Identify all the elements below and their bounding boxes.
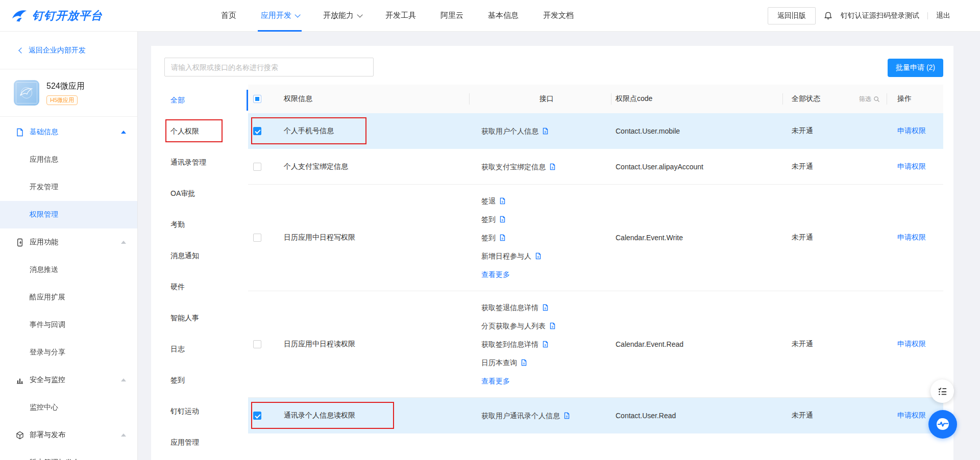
account-name[interactable]: 钉钉认证源扫码登录测试 [841, 11, 919, 20]
sidebar-item[interactable]: 事件与回调 [0, 311, 137, 339]
category-item[interactable]: 钉钉运动 [164, 396, 248, 427]
category-item[interactable]: 个人权限 [164, 116, 248, 147]
doc-icon[interactable] [542, 341, 549, 348]
customer-service-floating-button[interactable] [928, 410, 957, 439]
nav-item[interactable]: 开发工具 [373, 0, 428, 32]
checklist-icon [937, 386, 948, 397]
action-cell: 申请权限 [887, 126, 943, 136]
sidebar-item[interactable]: 应用信息 [0, 146, 137, 173]
category-item[interactable]: 应用管理 [164, 427, 248, 458]
view-more-link[interactable]: 查看更多 [481, 372, 611, 390]
dingtalk-logo[interactable]: 钉钉开放平台 [12, 8, 103, 23]
collapse-arrow-icon[interactable] [121, 378, 126, 381]
category-item[interactable]: 消息通知 [164, 240, 248, 271]
category-label: 消息通知 [170, 251, 199, 261]
collapse-arrow-icon[interactable] [121, 131, 126, 134]
category-item[interactable]: 硬件 [164, 271, 248, 302]
nav-item[interactable]: 应用开发 [249, 0, 311, 32]
doc-icon[interactable] [549, 322, 556, 329]
api-link[interactable]: 获取用户通讯录个人信息 [481, 406, 611, 425]
nav-item[interactable]: 阿里云 [428, 0, 476, 32]
nav-item[interactable]: 开发文档 [531, 0, 586, 32]
nav-item[interactable]: 首页 [209, 0, 249, 32]
task-list-floating-button[interactable] [930, 379, 954, 403]
nav-item[interactable]: 基本信息 [476, 0, 531, 32]
api-link[interactable]: 日历本查询 [481, 353, 611, 372]
apply-permission-link[interactable]: 申请权限 [897, 340, 926, 348]
doc-icon[interactable] [499, 216, 506, 223]
api-link[interactable]: 获取支付宝绑定信息 [481, 158, 611, 176]
apply-permission-link[interactable]: 申请权限 [897, 233, 926, 241]
api-link[interactable]: 获取签退信息详情 [481, 298, 611, 317]
status-text: 未开通 [783, 340, 887, 349]
category-item[interactable]: 全部 [164, 85, 248, 116]
apply-permission-link[interactable]: 申请权限 [897, 162, 926, 170]
col-status: 全部状态 筛选 [783, 85, 887, 113]
collapse-arrow-icon[interactable] [121, 433, 126, 437]
sidebar-section[interactable]: 安全与监控 [0, 366, 137, 394]
search-input[interactable] [164, 58, 374, 76]
category-item[interactable]: 日志 [164, 334, 248, 365]
collapse-arrow-icon[interactable] [121, 241, 126, 244]
row-checkbox[interactable] [253, 340, 261, 348]
doc-icon[interactable] [542, 127, 549, 135]
sidebar-item[interactable]: 登录与分享 [0, 339, 137, 366]
permission-code: Calendar.Event.Read [611, 340, 783, 348]
status-filter-dropdown[interactable]: 全部状态 [792, 94, 820, 104]
sidebar-item[interactable]: 开发管理 [0, 173, 137, 201]
api-link[interactable]: 获取签到信息详情 [481, 335, 611, 353]
sidebar-section[interactable]: 应用功能 [0, 228, 137, 256]
back-to-internal-dev-link[interactable]: 返回企业内部开发 [0, 32, 137, 69]
category-item[interactable]: 智能人事 [164, 302, 248, 334]
sidebar-item[interactable]: 版本管理与发布 [0, 449, 137, 460]
nav-item[interactable]: 开放能力 [311, 0, 373, 32]
doc-icon[interactable] [499, 197, 506, 205]
row-checkbox[interactable] [253, 127, 261, 135]
sidebar-section-label: 基础信息 [30, 127, 58, 137]
select-all-checkbox[interactable] [253, 95, 261, 103]
sidebar-item[interactable]: 权限管理 [0, 201, 137, 228]
sidebar-item[interactable]: 酷应用扩展 [0, 284, 137, 311]
doc-icon[interactable] [542, 304, 549, 311]
api-link[interactable]: 分页获取参与人列表 [481, 317, 611, 335]
chevron-left-icon [18, 47, 24, 53]
category-item[interactable]: 通讯录管理 [164, 147, 248, 178]
api-link[interactable]: 签退 [481, 192, 611, 210]
api-link[interactable]: 新增日程参与人 [481, 247, 611, 265]
row-checkbox[interactable] [253, 412, 261, 420]
sidebar-item[interactable]: 消息推送 [0, 256, 137, 284]
api-link[interactable]: 获取用户个人信息 [481, 122, 611, 140]
logout-link[interactable]: 退出 [936, 11, 950, 20]
sidebar-section[interactable]: 部署与发布 [0, 421, 137, 449]
doc-icon[interactable] [499, 234, 506, 241]
category-label: 钉钉运动 [170, 407, 199, 416]
doc-icon[interactable] [521, 359, 527, 366]
doc-icon[interactable] [535, 252, 542, 260]
api-link[interactable]: 签到 [481, 210, 611, 228]
sidebar-item[interactable]: 监控中心 [0, 394, 137, 421]
category-item[interactable]: OA审批 [164, 178, 248, 209]
apply-permission-link[interactable]: 申请权限 [897, 126, 926, 135]
nav-item-label: 应用开发 [261, 11, 291, 20]
filter-trigger[interactable]: 筛选 [859, 95, 880, 104]
nav-item-label: 开放能力 [323, 11, 354, 20]
doc-icon[interactable] [549, 163, 556, 170]
category-label: 个人权限 [170, 127, 199, 136]
row-checkbox[interactable] [253, 234, 261, 242]
doc-icon[interactable] [564, 412, 570, 419]
notification-bell-icon[interactable] [824, 11, 832, 20]
category-item[interactable]: 签到 [164, 365, 248, 396]
category-item[interactable]: 考勤 [164, 209, 248, 240]
apply-permission-link[interactable]: 申请权限 [897, 411, 926, 419]
sidebar-section[interactable]: 基础信息 [0, 118, 137, 146]
api-link[interactable]: 签到 [481, 228, 611, 247]
left-sidebar: 返回企业内部开发 524微应用 H5微应用 基础信息应用信息开发管理权限管理应用… [0, 32, 138, 460]
category-label: 考勤 [170, 220, 185, 229]
permission-name: 日历应用中日程读权限 [274, 340, 470, 349]
api-name: 获取支付宝绑定信息 [481, 158, 546, 176]
permission-name: 通讯录个人信息读权限 [274, 411, 470, 420]
batch-apply-button[interactable]: 批量申请 (2) [888, 59, 943, 77]
back-old-version-button[interactable]: 返回旧版 [768, 7, 816, 24]
view-more-link[interactable]: 查看更多 [481, 265, 611, 284]
row-checkbox[interactable] [253, 163, 261, 171]
